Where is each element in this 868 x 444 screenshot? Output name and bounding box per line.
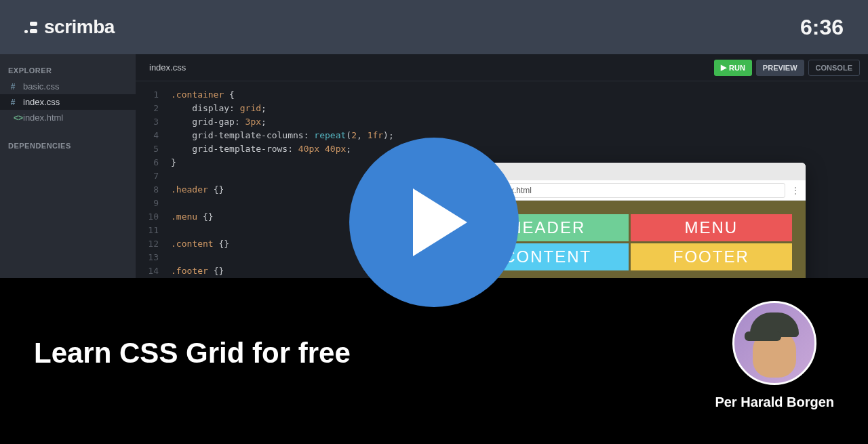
grid-cell-footer: FOOTER <box>631 243 793 270</box>
scrimba-icon <box>24 22 37 33</box>
preview-button[interactable]: PREVIEW <box>756 60 804 76</box>
app-header: scrimba 6:36 <box>0 0 868 54</box>
html-file-icon: <> <box>8 113 18 123</box>
css-file-icon: # <box>8 82 18 92</box>
file-item-index-css[interactable]: # index.css <box>0 94 136 110</box>
play-icon: ▶ <box>721 63 726 72</box>
editor-tab-bar: index.css ▶ RUN PREVIEW CONSOLE <box>136 54 868 81</box>
grid-cell-menu: MENU <box>631 214 793 241</box>
console-button[interactable]: CONSOLE <box>808 60 860 76</box>
dependencies-heading: DEPENDENCIES <box>0 138 136 154</box>
active-tab-label[interactable]: index.css <box>144 62 186 73</box>
course-title: Learn CSS Grid for free <box>34 337 351 369</box>
brand-logo[interactable]: scrimba <box>24 16 115 38</box>
file-name: index.html <box>23 113 63 123</box>
file-name: index.css <box>23 97 60 107</box>
line-number-gutter: 123456789101112131415 <box>136 88 165 291</box>
brand-text: scrimba <box>44 16 115 38</box>
menu-dots-icon[interactable]: ⋮ <box>791 185 800 196</box>
editor-actions: ▶ RUN PREVIEW CONSOLE <box>714 60 860 76</box>
run-button[interactable]: ▶ RUN <box>714 60 752 76</box>
play-icon <box>413 188 467 256</box>
url-bar[interactable]: index.html <box>488 183 785 198</box>
instructor-avatar[interactable] <box>732 301 816 385</box>
css-file-icon: # <box>8 98 18 107</box>
play-video-button[interactable] <box>349 138 519 307</box>
explorer-heading: EXPLORER <box>0 62 136 79</box>
instructor-name: Per Harald Borgen <box>715 395 834 410</box>
file-item-basic-css[interactable]: # basic.css <box>0 79 136 94</box>
file-name: basic.css <box>23 81 59 92</box>
file-item-index-html[interactable]: <> index.html <box>0 110 136 125</box>
instructor-block: Per Harald Borgen <box>715 301 834 410</box>
video-timer: 6:36 <box>800 15 844 40</box>
